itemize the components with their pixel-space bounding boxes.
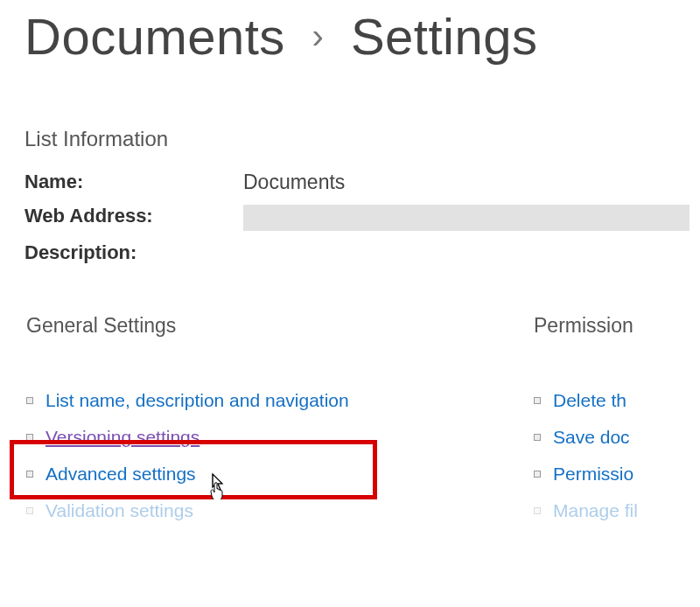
breadcrumb-part-documents[interactable]: Documents: [24, 8, 285, 65]
bullet-icon: [534, 397, 541, 404]
list-item: List name, description and navigation: [26, 390, 534, 411]
bullet-icon: [26, 434, 33, 441]
link-delete[interactable]: Delete th: [553, 390, 626, 411]
list-item: Delete th: [534, 390, 638, 411]
name-label: Name:: [24, 171, 243, 193]
list-information-table: Name: Documents Web Address: Description…: [0, 171, 700, 264]
link-versioning-settings[interactable]: Versioning settings: [46, 427, 200, 448]
link-save-doc[interactable]: Save doc: [553, 427, 630, 448]
info-row-web-address: Web Address:: [24, 205, 700, 231]
link-list-name-description-navigation[interactable]: List name, description and navigation: [46, 390, 349, 411]
breadcrumb-part-settings: Settings: [351, 8, 538, 65]
info-row-description: Description:: [24, 241, 700, 264]
settings-columns: General Settings List name, description …: [0, 275, 700, 537]
link-permission[interactable]: Permissio: [553, 464, 634, 485]
bullet-icon: [534, 471, 541, 478]
list-item: Advanced settings: [26, 464, 534, 485]
description-label: Description:: [24, 241, 243, 264]
permissions-column: Permission Delete th Save doc Permissio …: [534, 314, 638, 537]
list-item: Validation settings: [26, 500, 534, 521]
bullet-icon: [534, 507, 541, 514]
general-settings-column: General Settings List name, description …: [26, 314, 534, 537]
list-item: Save doc: [534, 427, 638, 448]
list-item: Permissio: [534, 464, 638, 485]
permissions-heading: Permission: [534, 314, 638, 338]
link-manage[interactable]: Manage fil: [553, 500, 638, 521]
name-value: Documents: [243, 171, 345, 194]
bullet-icon: [26, 397, 33, 404]
web-address-value-redacted: [243, 205, 690, 231]
list-item: Manage fil: [534, 500, 638, 521]
page-title: Documents › Settings: [0, 0, 700, 66]
breadcrumb-separator-icon: ›: [312, 17, 324, 56]
info-row-name: Name: Documents: [24, 171, 700, 194]
web-address-label: Web Address:: [24, 205, 243, 227]
list-item: Versioning settings: [26, 427, 534, 448]
bullet-icon: [26, 471, 33, 478]
bullet-icon: [26, 507, 33, 514]
bullet-icon: [534, 434, 541, 441]
link-advanced-settings[interactable]: Advanced settings: [46, 464, 196, 485]
general-settings-heading: General Settings: [26, 314, 534, 338]
permissions-link-list: Delete th Save doc Permissio Manage fil: [534, 390, 638, 521]
list-information-heading: List Information: [0, 66, 700, 171]
general-settings-link-list: List name, description and navigation Ve…: [26, 390, 534, 521]
link-validation-settings[interactable]: Validation settings: [46, 500, 193, 521]
